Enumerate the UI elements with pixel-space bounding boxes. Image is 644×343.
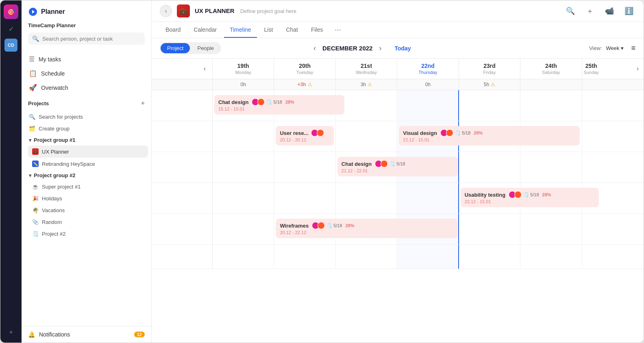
notifications-label: Notifications (39, 331, 70, 338)
row-4-col-22-today (397, 183, 459, 213)
sidebar-item-holidays[interactable]: 🎉 Holidays (28, 193, 148, 204)
project-toggle-btn[interactable]: Project (161, 43, 190, 53)
add-button[interactable]: ＋ (583, 4, 596, 17)
project2-icon: 🗒️ (32, 231, 39, 237)
info-button[interactable]: ℹ️ (622, 4, 635, 17)
ux-planner-label: UX Planner (42, 149, 69, 155)
sidebar-item-project2[interactable]: 🗒️ Project #2 (28, 228, 148, 240)
search-projects-item[interactable]: 🔍 Search for projects (25, 111, 148, 123)
day-header-25: 25th Sunday › (582, 59, 644, 79)
sidebar-item-random[interactable]: 📎 Random (28, 216, 148, 228)
day-header-22: 22nd Thursday (397, 59, 459, 79)
month-nav: ‹ DECEMBER 2022 › Today (310, 42, 411, 54)
project-group-2-header[interactable]: ▾ Project group #2 (25, 170, 148, 181)
check-icon[interactable]: ✓ (4, 22, 17, 35)
row-5-col-20: Wireframes 🗒️ 5/18 28% 20.12 - 22.12 (274, 214, 335, 244)
notifications-item[interactable]: 🔔 Notifications 12 (28, 331, 145, 338)
org-name: TimeCamp Planner (28, 22, 145, 28)
avatar-cd[interactable]: CD (4, 39, 17, 52)
project-group-1-header[interactable]: ▾ Project group #1 (25, 135, 148, 145)
row-2-col-22-today: Visual design 🗒️ 5/18 28% 22.12 - 15.01 (397, 121, 459, 152)
chevron-down-icon-2: ▾ (29, 173, 31, 178)
task-user-research[interactable]: User rese... 20.12 - 20.12 (276, 126, 333, 145)
row-1-col-19: Chat design 🗒️ 5/18 28% 15.12 - 15.01 (213, 90, 274, 121)
prev-week-button[interactable]: ‹ (200, 63, 209, 74)
avatar-2 (514, 191, 522, 198)
group-1-children: 💼 UX Planner ✏️ Rebranding HeySpace (25, 145, 148, 170)
hours-20: +3h (298, 82, 306, 87)
month-label: DECEMBER 2022 (322, 45, 372, 52)
next-week-button[interactable]: › (633, 63, 642, 74)
search-projects-label: Search for projects (39, 114, 83, 120)
avatar-2 (381, 160, 388, 167)
video-button[interactable]: 📹 (603, 4, 616, 17)
sidebar-nav: ☰ My tasks 📋 Schedule 🚀 Overwatch (22, 50, 151, 96)
tasks-icon: ☰ (29, 55, 35, 63)
hour-cell-20: +3h ⚠ (274, 79, 335, 90)
task-visual-design[interactable]: Visual design 🗒️ 5/18 28% 22.12 - 15.01 (399, 126, 579, 145)
row-1-label (152, 90, 213, 121)
avatar-2 (318, 222, 325, 229)
topbar-actions: 🔍 ＋ 📹 ℹ️ (564, 4, 635, 17)
day-25-name: Sunday (584, 70, 599, 75)
add-project-button[interactable]: + (141, 100, 145, 107)
vacations-label: Vacations (42, 207, 65, 213)
tab-calendar[interactable]: Calendar (188, 22, 222, 38)
prev-month-button[interactable]: ‹ (310, 42, 319, 54)
calendar-area: ‹ 19th Monday 20th Tuesday 21st Wednsday… (152, 59, 644, 343)
search-button[interactable]: 🔍 (564, 4, 577, 17)
task-date: 20.12 - 22.12 (280, 230, 453, 235)
app-logo-icon[interactable]: 🎯 (4, 4, 18, 19)
tab-list[interactable]: List (259, 22, 279, 38)
sidebar-item-rebranding[interactable]: ✏️ Rebranding HeySpace (28, 158, 148, 170)
tab-files[interactable]: Files (305, 22, 329, 38)
task-chat-design-2[interactable]: Chat design 🗒️ 5/18 21.12 - 22.01 (337, 157, 458, 176)
next-month-button[interactable]: › (376, 42, 385, 54)
warning-23-icon: ⚠ (491, 82, 495, 87)
icon-rail: 🎯 ✓ CD ＋ (0, 0, 22, 343)
overwatch-icon: 🚀 (29, 84, 37, 91)
search-input[interactable] (42, 36, 141, 42)
view-select[interactable]: Week ▾ (606, 45, 624, 51)
more-tabs-button[interactable]: ⋯ (332, 22, 344, 38)
hour-cell-21: 3h ⚠ (336, 79, 397, 90)
sidebar-item-vacations[interactable]: 🌴 Vacations (28, 204, 148, 216)
sidebar-item-ux-planner[interactable]: 💼 UX Planner (28, 145, 148, 158)
day-header-20: 20th Tuesday (274, 59, 335, 79)
today-button[interactable]: Today (394, 45, 411, 52)
row-4-label (152, 183, 213, 213)
task-avatars (311, 129, 322, 137)
sidebar-footer: 🔔 Notifications 12 (22, 326, 151, 343)
hour-cell-24 (520, 79, 582, 90)
checklist-count: 🗒️ 5/18 (523, 192, 539, 198)
row-2-col-19 (213, 121, 274, 152)
avatar-2 (257, 98, 265, 106)
sidebar-item-super-project[interactable]: ☕ Super project #1 (28, 181, 148, 193)
nav-tabs: Board Calendar Timeline List Chat Files … (152, 22, 644, 38)
tab-timeline[interactable]: Timeline (224, 22, 257, 38)
filter-icon[interactable]: ≡ (631, 44, 635, 52)
timeline-row-3: Chat design 🗒️ 5/18 21.12 - 22.01 (152, 152, 644, 183)
tab-chat[interactable]: Chat (280, 22, 304, 38)
people-toggle-btn[interactable]: People (191, 43, 220, 53)
day-20-name: Tuesday (277, 70, 332, 75)
sidebar-item-overwatch[interactable]: 🚀 Overwatch (25, 80, 148, 95)
task-avatars (509, 191, 520, 198)
day-21-num: 21st (339, 63, 394, 69)
schedule-icon: 📋 (29, 69, 37, 77)
back-button[interactable]: ‹ (160, 5, 172, 17)
tab-board[interactable]: Board (160, 22, 186, 38)
day-header-23: 23rd Friday (459, 59, 520, 79)
dropdown-chevron-icon: ▾ (621, 45, 624, 51)
task-usability-testing[interactable]: Usability testing 🗒️ 5/18 28% 23.12 - 15… (461, 188, 599, 207)
add-workspace-icon[interactable]: ＋ (4, 326, 17, 339)
search-projects-icon: 🔍 (29, 114, 35, 120)
create-group-item[interactable]: 🗂️ Create group (25, 123, 148, 135)
sidebar-item-schedule[interactable]: 📋 Schedule (25, 66, 148, 80)
task-wireframes[interactable]: Wireframes 🗒️ 5/18 28% 20.12 - 22.12 (276, 219, 457, 238)
task-chat-design-1[interactable]: Chat design 🗒️ 5/18 28% 15.12 - 15.01 (214, 95, 344, 115)
row-2-label (152, 121, 213, 152)
search-box[interactable]: 🔍 (28, 33, 145, 45)
schedule-label: Schedule (41, 70, 65, 77)
sidebar-item-my-tasks[interactable]: ☰ My tasks (25, 52, 148, 66)
